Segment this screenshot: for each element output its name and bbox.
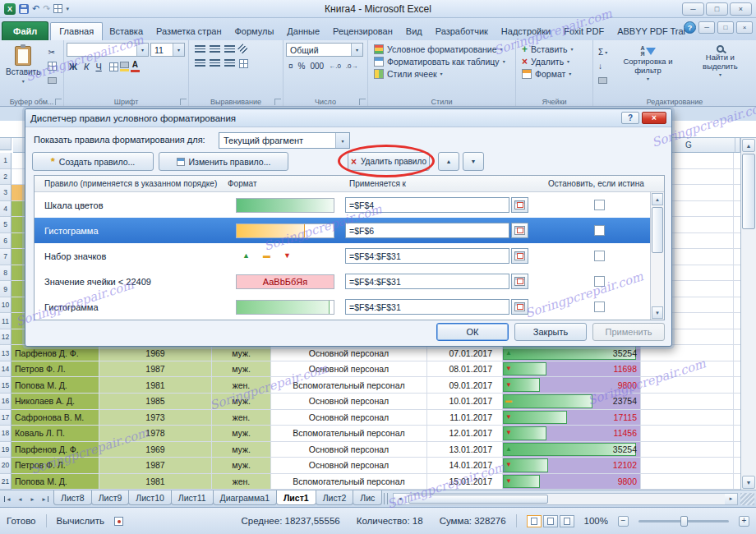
horizontal-scrollbar[interactable]: ◄ ► bbox=[393, 493, 738, 505]
cell-dept[interactable]: Основной персонал bbox=[271, 394, 427, 410]
cell-gender[interactable]: муж. bbox=[212, 458, 271, 474]
cell-date[interactable]: 14.01.2017 bbox=[427, 458, 503, 474]
cell-dept[interactable]: Основной персонал bbox=[271, 410, 427, 426]
cell-date[interactable]: 12.01.2017 bbox=[427, 426, 503, 442]
sheet-tab-Лист11[interactable]: Лист11 bbox=[171, 490, 214, 505]
row-header[interactable]: 5 bbox=[0, 217, 12, 233]
undo-icon[interactable]: ↶ bbox=[32, 4, 39, 13]
insert-cells-button[interactable]: + Вставить ▾ bbox=[519, 43, 590, 55]
number-dialog-launcher-icon[interactable] bbox=[359, 99, 366, 105]
row-header[interactable]: 17 bbox=[0, 410, 12, 426]
ribbon-tab-10[interactable]: Foxit PDF bbox=[557, 23, 611, 40]
cell-name[interactable]: Петров Ф. Л. bbox=[12, 458, 99, 474]
show-rules-select[interactable]: Текущий фрагмент ▾ bbox=[219, 132, 350, 149]
cell-dept[interactable]: Вспомогательный персонал bbox=[271, 474, 427, 490]
cell-gender[interactable]: жен. bbox=[212, 410, 271, 426]
row-header[interactable]: 10 bbox=[0, 297, 12, 314]
cell-name[interactable]: Николаев А. Д. bbox=[12, 394, 99, 410]
workbook-close-button[interactable]: × bbox=[736, 21, 753, 34]
cell-name[interactable]: Парфенов Д. Ф. bbox=[12, 345, 99, 361]
stop-if-true-checkbox[interactable] bbox=[594, 251, 605, 261]
applies-to-input[interactable]: =$F$6 bbox=[345, 223, 509, 238]
merge-center-icon[interactable] bbox=[239, 59, 248, 68]
row-header[interactable]: 2 bbox=[0, 169, 12, 186]
font-color-icon[interactable]: А bbox=[131, 61, 140, 72]
dialog-close-button[interactable]: × bbox=[642, 112, 666, 124]
cell-date[interactable]: 15.01.2017 bbox=[427, 474, 503, 490]
cell-gender[interactable]: муж. bbox=[212, 361, 271, 378]
sort-filter-button[interactable]: АЯ Сортировка и фильтр ▾ bbox=[609, 43, 687, 95]
cell-year[interactable]: 1969 bbox=[99, 442, 212, 458]
range-selector-button[interactable] bbox=[511, 197, 528, 213]
close-button[interactable]: × bbox=[730, 2, 752, 16]
tab-split-handle[interactable] bbox=[384, 493, 388, 504]
percent-style-icon[interactable]: % bbox=[298, 62, 306, 71]
fill-icon[interactable]: ↓ bbox=[597, 60, 609, 72]
delete-rule-button[interactable]: × Удалить правило bbox=[348, 152, 430, 171]
align-middle-icon[interactable] bbox=[210, 45, 220, 53]
copy-icon[interactable] bbox=[46, 60, 58, 72]
scroll-right-icon[interactable]: ► bbox=[725, 494, 737, 504]
row-header[interactable]: 3 bbox=[0, 185, 12, 201]
cell-value[interactable]: ▼9800 bbox=[503, 474, 641, 490]
align-top-icon[interactable] bbox=[195, 45, 205, 53]
dialog-title-bar[interactable]: Диспетчер правил условного форматировани… bbox=[25, 109, 671, 127]
italic-button[interactable]: К bbox=[81, 62, 91, 71]
cell-empty[interactable] bbox=[641, 442, 734, 458]
window-resize-grip[interactable] bbox=[740, 493, 754, 505]
cell-styles-button[interactable]: Стили ячеек ▾ bbox=[371, 67, 513, 80]
row-header[interactable]: 8 bbox=[0, 265, 12, 282]
row-header[interactable]: 6 bbox=[0, 233, 12, 250]
cell-empty[interactable] bbox=[641, 345, 734, 361]
row-header[interactable]: 18 bbox=[0, 426, 12, 442]
previous-sheet-icon[interactable]: ◄ bbox=[14, 493, 26, 505]
applies-to-input[interactable]: =$F$4 bbox=[345, 197, 509, 213]
zoom-slider[interactable] bbox=[638, 520, 729, 522]
format-as-table-button[interactable]: Форматировать как таблицу ▾ bbox=[371, 55, 513, 67]
cell-year[interactable]: 1973 bbox=[99, 410, 212, 426]
cell-year[interactable]: 1978 bbox=[99, 426, 212, 442]
sheet-tab-Лист1[interactable]: Лист1 bbox=[276, 490, 316, 505]
cell-gender[interactable]: муж. bbox=[212, 426, 271, 442]
cell-name[interactable]: Парфенов Д. Ф. bbox=[12, 442, 99, 458]
alignment-dialog-launcher-icon[interactable] bbox=[274, 99, 281, 105]
row-header[interactable]: 7 bbox=[0, 249, 12, 265]
new-rule-button[interactable]: * Создать правило... bbox=[32, 152, 154, 171]
ribbon-tab-1[interactable]: Главная bbox=[50, 22, 103, 40]
cell-year[interactable]: 1985 bbox=[99, 394, 212, 410]
last-sheet-icon[interactable]: ► bbox=[39, 493, 51, 505]
select-all-corner[interactable] bbox=[0, 138, 12, 150]
stop-if-true-checkbox[interactable] bbox=[594, 225, 605, 236]
stop-if-true-checkbox[interactable] bbox=[594, 302, 605, 312]
dialog-close-action-button[interactable]: Закрыть bbox=[514, 323, 587, 341]
cell-value[interactable]: ▲35254 bbox=[503, 345, 641, 361]
conditional-formatting-button[interactable]: Условное форматирование ▾ bbox=[371, 43, 513, 55]
row-header[interactable]: 16 bbox=[0, 394, 12, 410]
ribbon-tab-0[interactable]: Файл bbox=[2, 21, 48, 40]
sheet-tab-Лист10[interactable]: Лист10 bbox=[128, 490, 172, 505]
ribbon-tab-4[interactable]: Формулы bbox=[228, 23, 280, 40]
cell-empty[interactable] bbox=[641, 410, 734, 426]
cell-year[interactable]: 1981 bbox=[99, 474, 212, 490]
cell-value[interactable]: ▼12102 bbox=[503, 458, 641, 474]
dialog-help-button[interactable]: ? bbox=[621, 112, 639, 124]
applies-to-input[interactable]: =$F$4:$F$31 bbox=[345, 299, 509, 315]
row-header[interactable]: 1 bbox=[0, 153, 12, 169]
align-right-icon[interactable] bbox=[224, 59, 235, 67]
accounting-format-icon[interactable]: ¤ bbox=[288, 62, 293, 71]
underline-button[interactable]: Ч bbox=[93, 62, 104, 71]
edit-rule-button[interactable]: Изменить правило... bbox=[159, 152, 288, 171]
sheet-tab-Лист8[interactable]: Лист8 bbox=[53, 490, 92, 505]
range-selector-button[interactable] bbox=[511, 274, 528, 289]
move-rule-down-button[interactable]: ▼ bbox=[463, 152, 484, 171]
zoom-slider-knob[interactable] bbox=[680, 516, 688, 527]
ribbon-tab-2[interactable]: Вставка bbox=[103, 23, 150, 40]
font-name-select[interactable]: ▾ bbox=[67, 43, 149, 57]
row-header[interactable]: 15 bbox=[0, 377, 12, 394]
row-header[interactable]: 21 bbox=[0, 474, 12, 490]
rule-row[interactable]: Значение ячейки < 22409АаВbБбЯя=$F$4:$F$… bbox=[35, 269, 650, 294]
cell-gender[interactable]: жен. bbox=[212, 474, 271, 490]
sheet-tab-Лист9[interactable]: Лист9 bbox=[91, 490, 130, 505]
redo-icon[interactable]: ↷ bbox=[43, 4, 50, 13]
range-selector-button[interactable] bbox=[511, 223, 528, 238]
